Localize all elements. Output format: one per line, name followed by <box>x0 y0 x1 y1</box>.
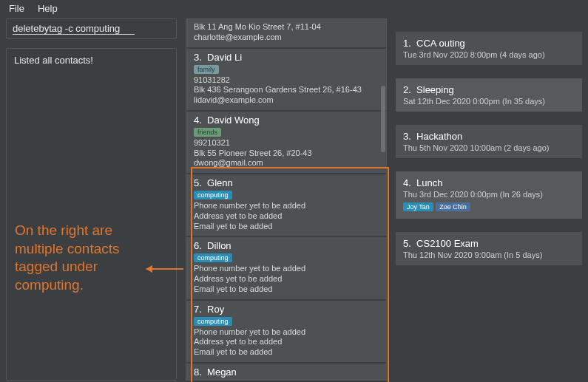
contact-detail: Address yet to be added <box>194 337 379 347</box>
contact-detail: Phone number yet to be added <box>194 327 379 338</box>
event-card[interactable]: 3. Hackathon Thu 5th Nov 2020 10:00am (2… <box>396 125 582 158</box>
event-subtitle: Thu 12th Nov 2020 9:00am (In 5 days) <box>403 250 575 259</box>
contact-detail: Blk 55 Pioneer Street 26, #20-43 <box>194 149 379 159</box>
event-card[interactable]: 4. Lunch Thu 3rd Dec 2020 0:00pm (In 26 … <box>396 171 582 219</box>
tag-friends: friends <box>194 128 221 137</box>
contact-name: 8. Megan <box>194 366 379 378</box>
event-subtitle: Thu 3rd Dec 2020 0:00pm (In 26 days) <box>403 190 575 199</box>
result-text: Listed all contacts! <box>14 55 169 66</box>
contact-card[interactable]: 6. Dillon computing Phone number yet to … <box>186 236 386 299</box>
tag-computing: computing <box>194 380 232 381</box>
event-title: 5. CS2100 Exam <box>403 238 575 249</box>
contacts-list[interactable]: Blk 11 Ang Mo Kio Street 7, #11-04 charl… <box>186 18 387 381</box>
command-input[interactable] <box>13 23 135 35</box>
tag-family: family <box>194 65 219 74</box>
events-panel: 1. CCA outing Tue 3rd Nov 2020 8:00pm (4… <box>390 18 588 381</box>
contact-detail: Phone number yet to be added <box>194 201 379 211</box>
event-subtitle: Tue 3rd Nov 2020 8:00pm (4 days ago) <box>403 50 575 59</box>
contact-card[interactable]: 5. Glenn computing Phone number yet to b… <box>186 173 386 236</box>
event-card[interactable]: 5. CS2100 Exam Thu 12th Nov 2020 9:00am … <box>396 232 582 265</box>
event-title: 2. Sleeping <box>403 84 575 95</box>
contact-detail: Blk 11 Ang Mo Kio Street 7, #11-04 <box>194 22 379 33</box>
result-box: Listed all contacts! <box>6 48 177 381</box>
contact-name: 4. David Wong <box>194 115 379 126</box>
event-subtitle: Thu 5th Nov 2020 10:00am (2 days ago) <box>403 143 575 152</box>
contact-detail: Address yet to be added <box>194 211 379 222</box>
contact-detail: 91031282 <box>194 75 379 86</box>
contact-detail: Email yet to be added <box>194 347 379 358</box>
contact-card[interactable]: 4. David Wong friends 99210321 Blk 55 Pi… <box>186 110 386 173</box>
menubar: File Help <box>0 0 588 18</box>
menu-help[interactable]: Help <box>38 3 58 14</box>
annotation-arrow-icon <box>146 268 183 270</box>
contact-detail: charlotte@example.com <box>194 33 379 43</box>
event-card[interactable]: 2. Sleeping Sat 12th Dec 2020 0:00pm (In… <box>396 78 582 112</box>
contact-name: 3. David Li <box>194 52 379 63</box>
menu-file[interactable]: File <box>9 3 24 14</box>
contact-detail: Blk 436 Serangoon Gardens Street 26, #16… <box>194 85 379 95</box>
contact-card[interactable]: 7. Roy computing Phone number yet to be … <box>186 299 386 362</box>
annotation-text: On the right are multiple contacts tagge… <box>15 222 148 295</box>
tag-computing: computing <box>194 191 232 199</box>
tag-person: Zoe Chin <box>436 202 470 211</box>
contact-name: 5. Glenn <box>194 177 379 188</box>
contact-detail: dwong@gmail.com <box>194 158 379 168</box>
scrollbar-thumb[interactable] <box>381 86 385 152</box>
contact-detail: Address yet to be added <box>194 274 379 284</box>
event-subtitle: Sat 12th Dec 2020 0:00pm (In 35 days) <box>403 97 575 106</box>
tag-person: Joy Tan <box>403 202 433 211</box>
contact-detail: lidavid@example.com <box>194 95 379 106</box>
contact-detail: Phone number yet to be added <box>194 264 379 274</box>
events-list[interactable]: 1. CCA outing Tue 3rd Nov 2020 8:00pm (4… <box>396 18 582 381</box>
tag-computing: computing <box>194 317 232 326</box>
event-title: 1. CCA outing <box>403 38 575 49</box>
contact-name: 7. Roy <box>194 304 379 315</box>
left-panel: Listed all contacts! <box>0 18 183 381</box>
contact-detail: Email yet to be added <box>194 222 379 232</box>
command-box <box>6 18 177 39</box>
contact-detail: Email yet to be added <box>194 284 379 295</box>
event-title: 3. Hackathon <box>403 131 575 142</box>
contact-card[interactable]: 8. Megan computing Phone number yet to b… <box>186 362 386 381</box>
contacts-panel: Blk 11 Ang Mo Kio Street 7, #11-04 charl… <box>183 18 390 381</box>
contact-card[interactable]: Blk 11 Ang Mo Kio Street 7, #11-04 charl… <box>186 19 386 47</box>
tag-computing: computing <box>194 253 232 262</box>
contact-detail: 99210321 <box>194 138 379 149</box>
contact-name: 6. Dillon <box>194 240 379 251</box>
event-card[interactable]: 1. CCA outing Tue 3rd Nov 2020 8:00pm (4… <box>396 32 582 65</box>
event-title: 4. Lunch <box>403 177 575 188</box>
contact-card[interactable]: 3. David Li family 91031282 Blk 436 Sera… <box>186 47 386 110</box>
